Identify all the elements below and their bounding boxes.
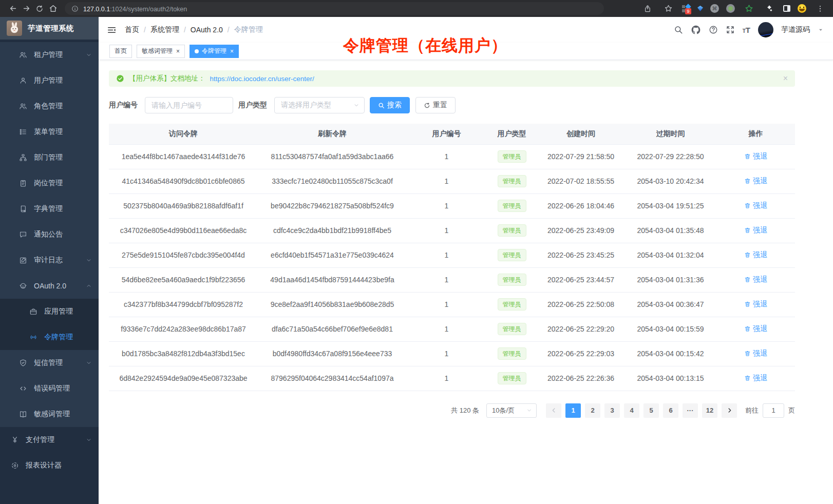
force-logout-button[interactable]: 强退 [744, 349, 767, 358]
force-logout-button[interactable]: 强退 [744, 275, 767, 284]
font-size-icon[interactable]: TT [743, 26, 750, 34]
tab-oauth2-token[interactable]: 令牌管理 × [190, 45, 239, 58]
close-tab-icon[interactable]: × [230, 48, 234, 54]
goto-page-input[interactable] [763, 403, 784, 418]
action-cell: 强退 [716, 243, 795, 267]
column-header: 创建时间 [537, 124, 624, 144]
page-button[interactable]: 2 [585, 403, 600, 418]
user-type-cell: 管理员 [486, 144, 537, 169]
tab-home[interactable]: 首页 [109, 45, 132, 58]
forward-icon[interactable] [20, 2, 33, 15]
force-logout-button[interactable]: 强退 [744, 201, 767, 210]
sidebar-item-dept[interactable]: 部门管理 [0, 145, 99, 170]
close-tab-icon[interactable]: × [176, 48, 180, 54]
force-logout-button[interactable]: 强退 [744, 226, 767, 235]
gem-extension-icon[interactable] [697, 6, 703, 11]
user-id-cell: 1 [407, 243, 486, 267]
sidebar-item-oauth2-application[interactable]: 应用管理 [0, 299, 99, 324]
force-logout-button[interactable]: 强退 [744, 250, 767, 260]
app-icon [29, 307, 38, 316]
user-type-badge: 管理员 [498, 249, 526, 261]
avatar[interactable] [758, 22, 773, 37]
sidebar-item-audit-log[interactable]: 审计日志 [0, 247, 99, 273]
fullscreen-icon[interactable] [726, 25, 735, 34]
breadcrumb-separator: / [144, 26, 146, 34]
tab-sensitive-word[interactable]: 敏感词管理 × [137, 45, 185, 58]
roles-icon [18, 102, 28, 110]
green-star-extension-icon[interactable] [742, 2, 755, 15]
page-size-select[interactable]: 10条/页 [486, 403, 537, 418]
address-bar[interactable]: 127.0.0.1:1024/system/oauth2/token [65, 2, 604, 15]
user-id-cell: 1 [407, 366, 486, 391]
chevron-down-icon[interactable] [818, 27, 824, 33]
force-logout-button[interactable]: 强退 [744, 300, 767, 309]
help-icon[interactable] [709, 25, 718, 34]
sidebar-item-dict[interactable]: 字典管理 [0, 196, 99, 222]
side-panel-icon[interactable] [783, 5, 790, 12]
emoji-extension-icon[interactable] [798, 4, 806, 13]
page-button[interactable]: 3 [604, 403, 620, 418]
force-logout-button[interactable]: 强退 [744, 324, 767, 334]
sidebar-item-oauth2-token[interactable]: 令牌管理 [0, 324, 99, 350]
white-extension-icon[interactable] [763, 2, 776, 15]
user-type-cell: 管理员 [486, 243, 537, 267]
sidebar-item-notice[interactable]: 通知公告 [0, 222, 99, 247]
page-button[interactable]: 6 [663, 403, 678, 418]
extension-grid-icon[interactable]: 9 [682, 5, 690, 13]
next-page-button[interactable] [722, 403, 737, 418]
app-logo[interactable]: 芋道管理系统 [0, 17, 99, 40]
created-time-cell: 2022-06-25 22:29:03 [537, 341, 624, 366]
close-icon[interactable]: × [783, 74, 788, 83]
browser-menu-icon[interactable] [813, 2, 827, 15]
breadcrumb-item[interactable]: 首页 [125, 25, 139, 34]
menu-tree-icon [18, 128, 28, 136]
home-icon[interactable] [46, 2, 60, 15]
sidebar-item-role[interactable]: 角色管理 [0, 93, 99, 119]
breadcrumb: 首页/系统管理/OAuth 2.0/令牌管理 [125, 25, 263, 34]
sidebar-item-report-designer[interactable]: 报表设计器 [0, 453, 99, 478]
reload-icon[interactable] [33, 2, 46, 15]
user-id-input[interactable] [145, 97, 233, 113]
sidebar-item-sms[interactable]: 短信管理 [0, 350, 99, 376]
page-button[interactable]: 12 [702, 403, 717, 418]
alert-doc-link[interactable]: https://doc.iocoder.cn/user-center/ [210, 75, 314, 83]
sidebar-item-pay[interactable]: 支付管理 [0, 427, 99, 453]
breadcrumb-item[interactable]: OAuth 2.0 [191, 26, 223, 34]
page-button[interactable]: 4 [624, 403, 639, 418]
back-icon[interactable] [6, 2, 20, 15]
refresh-token-cell: 8796295f04064c2983414cc54af1097a [258, 366, 407, 391]
github-icon[interactable] [691, 25, 701, 35]
force-logout-button[interactable]: 强退 [744, 152, 767, 161]
sidebar-item-sensitive-word[interactable]: 敏感词管理 [0, 401, 99, 427]
share-icon[interactable] [641, 2, 654, 15]
sidebar-item-menu[interactable]: 菜单管理 [0, 119, 99, 145]
user-type-select[interactable]: 请选择用户类型 [274, 97, 365, 113]
force-logout-button[interactable]: 强退 [744, 177, 767, 186]
sidebar-item-post[interactable]: 岗位管理 [0, 170, 99, 196]
search-icon[interactable] [674, 25, 683, 34]
user-name[interactable]: 芋道源码 [781, 25, 810, 34]
command-extension-icon[interactable]: ⌘ [710, 4, 719, 13]
reset-button[interactable]: 重置 [415, 97, 456, 113]
page-button[interactable]: 5 [643, 403, 659, 418]
sidebar-item-error-code[interactable]: 错误码管理 [0, 376, 99, 401]
page-button[interactable]: 1 [565, 403, 581, 418]
force-logout-button[interactable]: 强退 [744, 374, 767, 383]
action-cell: 强退 [716, 317, 795, 341]
sidebar-item-tenant[interactable]: 租户管理 [0, 42, 99, 68]
breadcrumb-item[interactable]: 系统管理 [150, 25, 179, 34]
more-pages-icon[interactable]: ··· [683, 403, 698, 418]
site-info-icon[interactable] [71, 5, 79, 12]
sensitive-icon [18, 410, 28, 418]
bookmark-star-icon[interactable] [661, 2, 675, 15]
sidebar-item-user[interactable]: 用户管理 [0, 68, 99, 93]
user-type-badge: 管理员 [498, 323, 526, 335]
expire-time-cell: 2054-03-10 20:42:34 [624, 169, 716, 193]
prev-page-button[interactable] [546, 403, 561, 418]
hamburger-icon[interactable] [99, 25, 125, 35]
search-button[interactable]: 搜索 [370, 97, 410, 113]
action-cell: 强退 [716, 144, 795, 169]
sidebar-item-oauth2[interactable]: OAuth 2.0 [0, 273, 99, 299]
access-token-cell: f9336e7c7dd242a283ee98dc86b17a87 [109, 317, 258, 341]
recorder-extension-icon[interactable] [726, 4, 735, 13]
